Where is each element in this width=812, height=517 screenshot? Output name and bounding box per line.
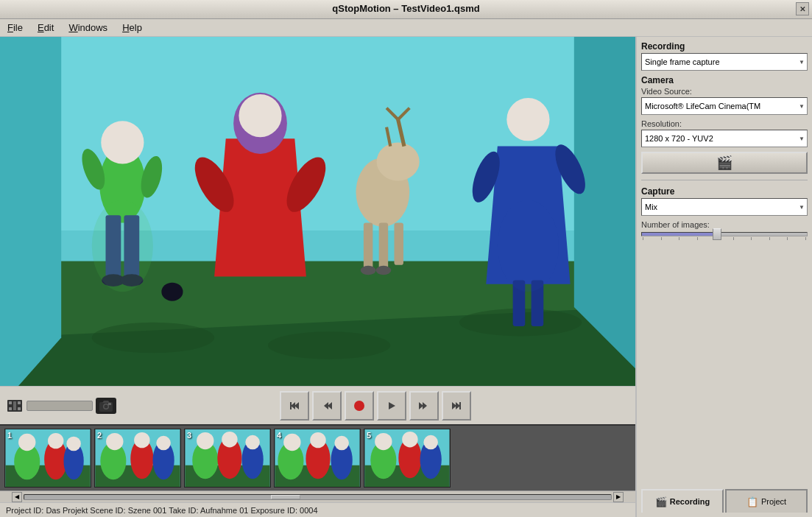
record-button[interactable] <box>345 391 374 421</box>
svg-rect-47 <box>13 401 16 410</box>
tab-project-label: Project <box>761 497 786 506</box>
svg-point-10 <box>101 121 144 163</box>
right-panel: Recording Single frame capture Animation… <box>635 37 812 517</box>
close-button[interactable]: ✕ <box>796 2 809 15</box>
svg-point-39 <box>161 283 183 301</box>
scroll-left-button[interactable]: ◀ <box>12 492 22 502</box>
tab-recording-label: Recording <box>670 497 710 506</box>
transport-bar <box>0 386 635 424</box>
video-area <box>0 37 635 386</box>
camera-icon[interactable] <box>96 398 116 414</box>
filmstrip-thumb-4[interactable]: 4 <box>274 429 361 488</box>
left-area: 1 2 3 4 5 <box>0 37 635 517</box>
svg-marker-59 <box>389 402 395 409</box>
tab-recording[interactable]: 🎬 Recording <box>641 489 724 513</box>
svg-marker-4 <box>0 37 61 386</box>
video-source-label: Video Source: <box>641 87 808 96</box>
svg-rect-44 <box>9 407 12 410</box>
svg-point-102 <box>402 432 417 447</box>
menu-help[interactable]: Help <box>118 21 146 35</box>
svg-point-58 <box>354 401 364 411</box>
panel-divider <box>641 180 808 180</box>
play-button[interactable] <box>377 391 406 421</box>
tick-10 <box>805 237 806 240</box>
svg-point-100 <box>375 433 392 450</box>
svg-point-88 <box>245 435 260 450</box>
svg-point-80 <box>156 436 171 451</box>
transport-left <box>6 397 116 415</box>
resolution-label: Resolution: <box>641 119 808 128</box>
svg-point-7 <box>268 331 390 359</box>
svg-point-96 <box>334 436 349 451</box>
scene-view <box>0 37 635 386</box>
svg-rect-29 <box>379 223 388 269</box>
tick-4 <box>697 237 698 240</box>
resolution-wrapper: 1280 x 720 - YUV2 640 x 480 - YUV2 320 x… <box>641 130 808 147</box>
tick-2 <box>661 237 662 240</box>
capture-label: Capture <box>641 186 808 197</box>
menu-windows[interactable]: Windows <box>64 21 112 35</box>
svg-point-92 <box>283 434 300 451</box>
prev-frame-button[interactable] <box>312 391 342 421</box>
window-title: qStopMotion – TestVideo1.qsmd <box>332 3 479 14</box>
num-images-label: Number of images: <box>641 220 808 229</box>
filmstrip-thumb-5[interactable]: 5 <box>364 429 451 488</box>
slider-thumb-container <box>641 232 808 236</box>
filmstrip: 1 2 3 4 5 <box>0 424 635 490</box>
svg-point-68 <box>18 434 35 451</box>
svg-point-78 <box>134 432 149 448</box>
svg-rect-30 <box>394 223 403 265</box>
num-images-slider-container <box>641 231 808 242</box>
filmstrip-thumb-1[interactable]: 1 <box>4 429 91 488</box>
num-images-slider-thumb[interactable] <box>713 228 721 240</box>
tab-project-icon: 📋 <box>746 496 758 507</box>
tick-8 <box>769 237 770 240</box>
filmstrip-thumb-2[interactable]: 2 <box>94 429 181 488</box>
filmstrip-thumb-3[interactable]: 3 <box>184 429 271 488</box>
slider-ticks <box>641 237 808 240</box>
tick-1 <box>643 237 643 240</box>
film-position-slider[interactable] <box>27 401 93 411</box>
scrollbar-thumb[interactable] <box>271 495 300 499</box>
svg-point-70 <box>48 433 63 449</box>
recording-mode-select[interactable]: Single frame capture Animation Motion Bl… <box>641 53 808 71</box>
svg-point-40 <box>92 200 153 292</box>
frame-number-3: 3 <box>187 431 191 440</box>
camera-section: Camera Video Source: Microsoft® LifeCam … <box>641 75 808 174</box>
horizontal-scrollbar[interactable]: ◀ ▶ <box>0 490 635 502</box>
main-content: 1 2 3 4 5 <box>0 37 812 517</box>
frame-number-5: 5 <box>367 431 371 440</box>
menu-file[interactable]: File <box>3 21 27 35</box>
svg-rect-45 <box>18 401 21 404</box>
tick-9 <box>787 237 788 240</box>
menu-edit[interactable]: Edit <box>33 21 58 35</box>
svg-point-72 <box>66 437 81 451</box>
video-source-select[interactable]: Microsoft® LifeCam Cinema(TM Webcam <box>641 97 808 115</box>
camera-settings-button[interactable]: 🎬 <box>641 152 808 174</box>
status-text: Project ID: Das Projekt Scene ID: Szene … <box>6 506 318 515</box>
transport-buttons <box>280 391 471 421</box>
svg-rect-46 <box>18 407 21 410</box>
scrollbar-track[interactable] <box>24 494 612 500</box>
svg-point-6 <box>92 323 214 354</box>
skip-to-end-button[interactable] <box>442 391 471 421</box>
resolution-select[interactable]: 1280 x 720 - YUV2 640 x 480 - YUV2 320 x… <box>641 130 808 147</box>
film-strip-icon <box>6 397 24 415</box>
capture-section: Capture Mix Camera Animation Number of i… <box>641 186 808 242</box>
capture-mode-select[interactable]: Mix Camera Animation <box>641 198 808 216</box>
skip-to-start-button[interactable] <box>280 391 309 421</box>
video-source-wrapper: Microsoft® LifeCam Cinema(TM Webcam <box>641 97 808 115</box>
tab-project[interactable]: 📋 Project <box>725 489 808 513</box>
tick-7 <box>751 237 752 240</box>
tick-6 <box>733 237 734 240</box>
camera-label: Camera <box>641 75 808 85</box>
svg-rect-28 <box>364 223 373 269</box>
next-frame-button[interactable] <box>409 391 439 421</box>
svg-point-34 <box>506 98 549 141</box>
svg-point-19 <box>239 94 281 137</box>
scroll-right-button[interactable]: ▶ <box>613 492 624 502</box>
recording-mode-wrapper: Single frame capture Animation Motion Bl… <box>641 53 808 71</box>
tick-3 <box>679 237 679 240</box>
svg-rect-52 <box>108 403 111 405</box>
svg-point-84 <box>197 432 213 449</box>
